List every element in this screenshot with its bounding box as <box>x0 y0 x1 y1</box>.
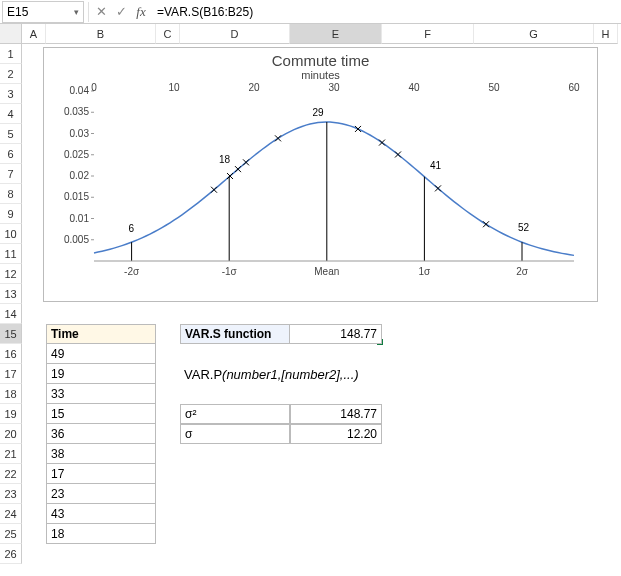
time-cell[interactable]: 43 <box>46 504 156 524</box>
name-box-value: E15 <box>7 5 28 19</box>
check-icon[interactable]: ✓ <box>111 2 131 22</box>
svg-text:6: 6 <box>128 223 134 234</box>
time-cell[interactable]: 18 <box>46 524 156 544</box>
fx-icon[interactable]: fx <box>131 2 151 22</box>
colhdr-G[interactable]: G <box>474 24 594 44</box>
chart-title: Commute time <box>44 52 597 69</box>
chart: Commute time minutes 0.040.0350.030.0250… <box>43 47 598 302</box>
sigma-label[interactable]: σ <box>180 424 290 444</box>
rowhdr-17[interactable]: 17 <box>0 364 22 384</box>
colhdr-F[interactable]: F <box>382 24 474 44</box>
svg-text:40: 40 <box>408 82 420 93</box>
rowhdr-9[interactable]: 9 <box>0 204 22 224</box>
rowhdr-5[interactable]: 5 <box>0 124 22 144</box>
rowhdr-16[interactable]: 16 <box>0 344 22 364</box>
svg-text:0: 0 <box>91 82 97 93</box>
time-cell[interactable]: 15 <box>46 404 156 424</box>
vars-label[interactable]: VAR.S function <box>180 324 290 344</box>
rowhdr-18[interactable]: 18 <box>0 384 22 404</box>
colhdr-E[interactable]: E <box>290 24 382 44</box>
svg-text:2σ: 2σ <box>516 266 529 277</box>
rowhdr-8[interactable]: 8 <box>0 184 22 204</box>
svg-text:10: 10 <box>168 82 180 93</box>
svg-text:0.025: 0.025 <box>64 149 89 160</box>
rowhdr-10[interactable]: 10 <box>0 224 22 244</box>
rowhdr-20[interactable]: 20 <box>0 424 22 444</box>
colhdr-D[interactable]: D <box>180 24 290 44</box>
rowhdr-12[interactable]: 12 <box>0 264 22 284</box>
svg-text:-1σ: -1σ <box>222 266 238 277</box>
rowhdr-4[interactable]: 4 <box>0 104 22 124</box>
rowhdr-19[interactable]: 19 <box>0 404 22 424</box>
time-cell[interactable]: 17 <box>46 464 156 484</box>
rowhdr-14[interactable]: 14 <box>0 304 22 324</box>
rowhdr-3[interactable]: 3 <box>0 84 22 104</box>
rowhdr-26[interactable]: 26 <box>0 544 22 564</box>
svg-text:20: 20 <box>248 82 260 93</box>
rowhdr-2[interactable]: 2 <box>0 64 22 84</box>
svg-text:0.015: 0.015 <box>64 191 89 202</box>
formula-bar: E15 ▾ ✕ ✓ fx <box>0 0 621 24</box>
svg-text:0.005: 0.005 <box>64 234 89 245</box>
rowhdr-6[interactable]: 6 <box>0 144 22 164</box>
time-cell[interactable]: 33 <box>46 384 156 404</box>
cells: Commute time minutes 0.040.0350.030.0250… <box>22 44 621 576</box>
grid[interactable]: ABCDEFGH Commute time minutes 0.040.0350… <box>22 24 621 576</box>
sigma2-label[interactable]: σ² <box>180 404 290 424</box>
svg-text:0.01: 0.01 <box>70 213 90 224</box>
rowhdr-24[interactable]: 24 <box>0 504 22 524</box>
rowhdr-25[interactable]: 25 <box>0 524 22 544</box>
rowhdr-21[interactable]: 21 <box>0 444 22 464</box>
time-cell[interactable]: 23 <box>46 484 156 504</box>
time-header[interactable]: Time <box>46 324 156 344</box>
colhdr-B[interactable]: B <box>46 24 156 44</box>
colhdr-H[interactable]: H <box>594 24 618 44</box>
rowhdr-11[interactable]: 11 <box>0 244 22 264</box>
time-cell[interactable]: 36 <box>46 424 156 444</box>
svg-text:50: 50 <box>488 82 500 93</box>
svg-text:29: 29 <box>312 107 324 118</box>
vars-value[interactable]: 148.77 <box>290 324 382 344</box>
select-all-corner[interactable] <box>0 24 22 44</box>
svg-text:Mean: Mean <box>314 266 339 277</box>
svg-text:52: 52 <box>518 222 530 233</box>
svg-text:18: 18 <box>219 154 231 165</box>
svg-text:0.035: 0.035 <box>64 106 89 117</box>
svg-text:0.04: 0.04 <box>70 85 90 96</box>
svg-text:30: 30 <box>328 82 340 93</box>
chart-subtitle: minutes <box>44 69 597 81</box>
col-headers: ABCDEFGH <box>22 24 621 44</box>
rowhdr-1[interactable]: 1 <box>0 44 22 64</box>
svg-text:0.03: 0.03 <box>70 128 90 139</box>
colhdr-A[interactable]: A <box>22 24 46 44</box>
sheet: 1234567891011121314151617181920212223242… <box>0 24 621 576</box>
colhdr-C[interactable]: C <box>156 24 180 44</box>
rowhdr-15[interactable]: 15 <box>0 324 22 344</box>
time-cell[interactable]: 49 <box>46 344 156 364</box>
svg-text:1σ: 1σ <box>419 266 432 277</box>
cancel-icon[interactable]: ✕ <box>91 2 111 22</box>
rowhdr-22[interactable]: 22 <box>0 464 22 484</box>
row-headers: 1234567891011121314151617181920212223242… <box>0 24 22 576</box>
svg-text:41: 41 <box>430 160 442 171</box>
svg-text:0.02: 0.02 <box>70 170 90 181</box>
chart-svg: 0.040.0350.030.0250.020.0150.010.0050102… <box>44 81 599 296</box>
rowhdr-23[interactable]: 23 <box>0 484 22 504</box>
sigma-value[interactable]: 12.20 <box>290 424 382 444</box>
syntax-text: VAR.P(number1,[number2],...) <box>180 364 430 384</box>
sigma2-value[interactable]: 148.77 <box>290 404 382 424</box>
svg-text:60: 60 <box>568 82 580 93</box>
name-box[interactable]: E15 ▾ <box>2 1 84 23</box>
rowhdr-7[interactable]: 7 <box>0 164 22 184</box>
rowhdr-13[interactable]: 13 <box>0 284 22 304</box>
chevron-down-icon[interactable]: ▾ <box>74 7 79 17</box>
time-cell[interactable]: 38 <box>46 444 156 464</box>
time-cell[interactable]: 19 <box>46 364 156 384</box>
formula-input[interactable] <box>151 1 621 23</box>
svg-text:-2σ: -2σ <box>124 266 140 277</box>
